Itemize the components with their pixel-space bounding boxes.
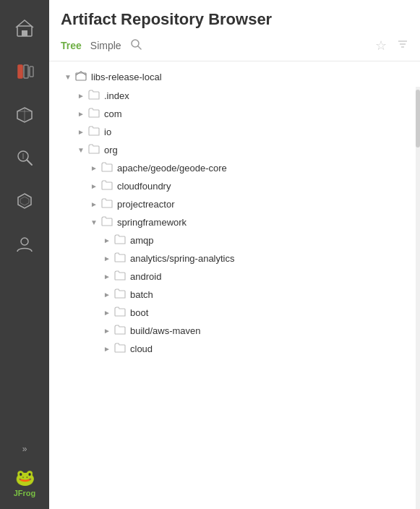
chevron-batch: ►: [101, 289, 113, 301]
tree-node-io[interactable]: ► io: [49, 123, 420, 141]
chevron-org: ▼: [75, 145, 87, 156]
node-label-index: .index: [104, 90, 129, 101]
chevron-cloudfoundry: ►: [88, 181, 100, 192]
folder-icon-batch: [114, 288, 126, 301]
chevron-apache: ►: [88, 163, 100, 174]
node-label-cloud: cloud: [130, 343, 153, 354]
scrollbar-track: [416, 87, 420, 509]
books-icon: [13, 59, 36, 82]
svg-rect-1: [22, 30, 27, 36]
chevron-analytics: ►: [101, 253, 113, 265]
search-icon-button[interactable]: [130, 38, 142, 53]
chevron-io: ►: [75, 127, 87, 138]
scrollbar-thumb[interactable]: [416, 90, 420, 147]
folder-icon-org: [88, 144, 100, 156]
tab-simple[interactable]: Simple: [90, 40, 121, 51]
tree-node-cloud[interactable]: ► cloud: [49, 340, 420, 358]
jfrog-logo: 🐸 JFrog: [14, 461, 36, 509]
chevron-cloud: ►: [101, 343, 113, 355]
sidebar-item-box[interactable]: [0, 93, 49, 136]
tree-node-index[interactable]: ► .index: [49, 87, 420, 105]
chevron-index: ►: [75, 90, 87, 102]
folder-icon-amqp: [114, 234, 126, 247]
page-title: Artifact Repository Browser: [61, 10, 408, 29]
chevron-amqp: ►: [101, 235, 113, 247]
node-label-analytics: analytics/spring-analytics: [130, 253, 235, 264]
tab-tree[interactable]: Tree: [61, 40, 82, 51]
tree-node-cloudfoundry[interactable]: ► cloudfoundry: [49, 177, 420, 195]
chevron-boot: ►: [101, 307, 113, 319]
folder-icon-springframework: [101, 216, 113, 228]
node-label-cloudfoundry: cloudfoundry: [117, 181, 171, 192]
user-icon: [13, 233, 36, 256]
node-label-boot: boot: [130, 307, 148, 318]
toolbar: Tree Simple ☆: [61, 38, 408, 54]
frog-icon: 🐸: [15, 469, 35, 487]
chevron-android: ►: [101, 271, 113, 283]
tree-node-org[interactable]: ▼ org: [49, 141, 420, 159]
node-label-io: io: [104, 127, 111, 137]
svg-rect-3: [24, 65, 28, 78]
chevron-springframework: ▼: [88, 217, 100, 228]
node-label-projectreactor: projectreactor: [117, 199, 174, 210]
sidebar-item-user[interactable]: [0, 223, 49, 266]
svg-line-15: [138, 46, 141, 49]
chevron-build-aws: ►: [101, 325, 113, 337]
svg-line-9: [27, 160, 32, 165]
sidebar-bottom: » 🐸 JFrog: [0, 437, 49, 509]
sidebar-expand-button[interactable]: »: [22, 437, 27, 461]
folder-icon-boot: [114, 307, 126, 319]
repo-icon-root: [75, 70, 87, 84]
node-label-build-aws: build/aws-maven: [130, 325, 201, 336]
sidebar: » 🐸 JFrog: [0, 0, 49, 509]
svg-point-13: [21, 238, 28, 245]
main-header: Artifact Repository Browser Tree Simple …: [49, 0, 420, 61]
node-label-com: com: [104, 108, 122, 119]
tree-node-amqp[interactable]: ► amqp: [49, 231, 420, 249]
folder-icon-apache: [101, 162, 113, 174]
tree-node-boot[interactable]: ► boot: [49, 304, 420, 322]
magnify-icon: [13, 146, 36, 169]
filter-button[interactable]: [397, 38, 408, 53]
folder-icon-index: [88, 90, 100, 102]
svg-rect-4: [30, 67, 33, 77]
main-content: Artifact Repository Browser Tree Simple …: [49, 0, 420, 509]
tree-node-springframework[interactable]: ▼ springframework: [49, 213, 420, 231]
tree-node-build-aws[interactable]: ► build/aws-maven: [49, 322, 420, 340]
sidebar-item-search[interactable]: [0, 136, 49, 179]
star-button[interactable]: ☆: [375, 38, 387, 54]
node-label-springframework: springframework: [117, 217, 187, 228]
sidebar-item-home[interactable]: [0, 6, 49, 49]
tree-node-apache[interactable]: ► apache/geode/geode-core: [49, 159, 420, 177]
folder-icon-com: [88, 108, 100, 120]
box-icon: [13, 103, 36, 126]
node-label-amqp: amqp: [130, 235, 154, 246]
node-label-org: org: [104, 145, 118, 155]
sidebar-item-hex[interactable]: [0, 179, 49, 223]
folder-icon-cloud: [114, 343, 126, 355]
folder-icon-projectreactor: [101, 198, 113, 210]
home-icon: [13, 16, 36, 39]
chevron-root: ▼: [62, 72, 74, 83]
node-label-root: libs-release-local: [91, 72, 162, 82]
folder-icon-android: [114, 270, 126, 283]
tree-node-root[interactable]: ▼ libs-release-local: [49, 67, 420, 87]
tree-node-android[interactable]: ► android: [49, 268, 420, 286]
folder-icon-build-aws: [114, 325, 126, 337]
node-label-apache: apache/geode/geode-core: [117, 163, 227, 174]
jfrog-label: JFrog: [14, 489, 36, 497]
toolbar-right: ☆: [375, 38, 408, 54]
folder-icon-analytics: [114, 252, 126, 265]
chevron-com: ►: [75, 108, 87, 120]
tree-node-com[interactable]: ► com: [49, 105, 420, 123]
tree-node-analytics[interactable]: ► analytics/spring-analytics: [49, 249, 420, 268]
folder-icon-io: [88, 126, 100, 138]
folder-icon-cloudfoundry: [101, 180, 113, 192]
sidebar-item-books[interactable]: [0, 49, 49, 93]
tree-node-projectreactor[interactable]: ► projectreactor: [49, 195, 420, 213]
svg-marker-12: [20, 197, 29, 205]
node-label-android: android: [130, 271, 161, 282]
hexagon-icon: [13, 189, 36, 213]
tree-node-batch[interactable]: ► batch: [49, 286, 420, 304]
svg-rect-2: [18, 65, 22, 78]
